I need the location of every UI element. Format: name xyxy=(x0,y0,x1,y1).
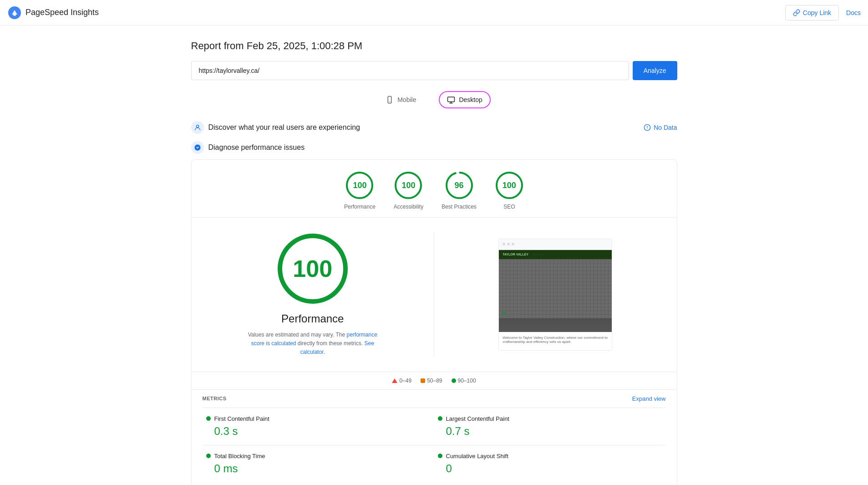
perf-left: 100 Performance Values are estimated and… xyxy=(203,232,435,357)
app-title: PageSpeed Insights xyxy=(25,8,99,17)
perf-name: Performance xyxy=(281,312,344,325)
header-right: Copy Link Docs xyxy=(785,5,861,20)
metrics-grid: First Contentful Paint 0.3 s Largest Con… xyxy=(192,408,677,485)
legend-fail: 0–49 xyxy=(392,378,411,384)
metric-name-label: Largest Contentful Paint xyxy=(446,415,509,422)
device-tabs: Mobile Desktop xyxy=(191,91,677,108)
pagespeed-logo xyxy=(7,5,22,20)
preview-grid xyxy=(499,259,612,318)
legend: 0–49 50–89 90–100 xyxy=(192,372,677,389)
preview-image: TAYLOR VALLEY ・・・・・ xyxy=(499,250,612,332)
legend-fail-icon xyxy=(392,378,397,383)
preview-bar xyxy=(499,239,612,250)
header-left: PageSpeed Insights xyxy=(7,5,99,20)
preview-dot-1 xyxy=(503,243,505,245)
desktop-icon xyxy=(447,96,455,104)
metric-name-label: Total Blocking Time xyxy=(214,453,265,459)
svg-point-1 xyxy=(13,13,16,16)
legend-pass-range: 90–100 xyxy=(458,378,476,384)
perf-right: TAYLOR VALLEY ・・・・・ Welcome to Taylor Va… xyxy=(434,232,666,357)
diagnose-title: Diagnose performance issues xyxy=(208,143,305,152)
tab-mobile[interactable]: Mobile xyxy=(377,91,424,108)
expand-view-button[interactable]: Expand view xyxy=(632,395,666,402)
metric-item: First Contentful Paint 0.3 s xyxy=(203,408,434,445)
svg-point-3 xyxy=(389,102,390,102)
legend-average: 50–89 xyxy=(421,378,442,384)
legend-pass-icon xyxy=(452,378,456,383)
perf-desc: Values are estimated and may vary. The p… xyxy=(244,331,381,357)
real-users-section: Discover what your real users are experi… xyxy=(191,121,677,134)
diagnose-section: Diagnose performance issues xyxy=(191,141,677,154)
score-row: 100 Performance 100 Accessibility 96 Bes… xyxy=(192,160,677,218)
large-score-value: 100 xyxy=(293,255,332,282)
no-data-section: No Data xyxy=(644,124,677,131)
no-data-label: No Data xyxy=(654,124,677,131)
link-icon xyxy=(793,9,800,16)
preview-dot-2 xyxy=(507,243,510,245)
score-item-best-practices[interactable]: 96 Best Practices xyxy=(442,171,477,210)
performance-card: 100 Performance 100 Accessibility 96 Bes… xyxy=(191,159,677,485)
metric-value: 0 xyxy=(438,462,662,475)
report-title: Report from Feb 25, 2025, 1:00:28 PM xyxy=(191,40,677,52)
legend-average-range: 50–89 xyxy=(427,378,442,384)
main-content: Report from Feb 25, 2025, 1:00:28 PM Ana… xyxy=(184,26,685,485)
preview-content: Welcome to Taylor Valley Construction, w… xyxy=(499,332,612,350)
metrics-label: METRICS xyxy=(203,396,227,401)
metric-value: 0.7 s xyxy=(438,425,662,438)
metric-value: 0.3 s xyxy=(206,425,431,438)
score-item-performance[interactable]: 100 Performance xyxy=(344,171,376,210)
metrics-header: METRICS Expand view xyxy=(192,389,677,408)
url-input[interactable] xyxy=(191,61,629,80)
svg-rect-4 xyxy=(448,97,455,102)
metric-name-label: First Contentful Paint xyxy=(214,415,269,422)
legend-pass: 90–100 xyxy=(452,378,476,384)
real-users-title: Discover what your real users are experi… xyxy=(208,123,360,132)
metric-item: Largest Contentful Paint 0.7 s xyxy=(434,408,666,445)
perf-body: 100 Performance Values are estimated and… xyxy=(192,218,677,372)
legend-fail-range: 0–49 xyxy=(399,378,411,384)
diagnose-icon xyxy=(191,141,204,154)
preview-dot-3 xyxy=(512,243,514,245)
metric-name-label: Cumulative Layout Shift xyxy=(446,453,508,459)
svg-point-5 xyxy=(196,125,198,128)
preview-hero xyxy=(499,259,612,318)
copy-link-button[interactable]: Copy Link xyxy=(785,5,839,20)
analyze-button[interactable]: Analyze xyxy=(633,61,677,80)
metric-value: 0 ms xyxy=(206,462,431,475)
info-icon xyxy=(644,124,651,131)
website-preview: TAYLOR VALLEY ・・・・・ Welcome to Taylor Va… xyxy=(498,239,612,351)
metric-item: Total Blocking Time 0 ms xyxy=(203,445,434,482)
real-users-icon xyxy=(191,121,204,134)
docs-link[interactable]: Docs xyxy=(846,9,861,16)
mobile-icon xyxy=(386,96,394,104)
tab-desktop[interactable]: Desktop xyxy=(439,91,490,108)
legend-average-icon xyxy=(421,378,425,383)
preview-nav: TAYLOR VALLEY ・・・・・ xyxy=(499,250,612,259)
large-score-circle: 100 xyxy=(276,232,349,305)
header: PageSpeed Insights Copy Link Docs xyxy=(0,0,868,26)
score-item-accessibility[interactable]: 100 Accessibility xyxy=(394,171,423,210)
metric-item: Cumulative Layout Shift 0 xyxy=(434,445,666,482)
score-item-seo[interactable]: 100 SEO xyxy=(495,171,524,210)
url-bar: Analyze xyxy=(191,61,677,80)
